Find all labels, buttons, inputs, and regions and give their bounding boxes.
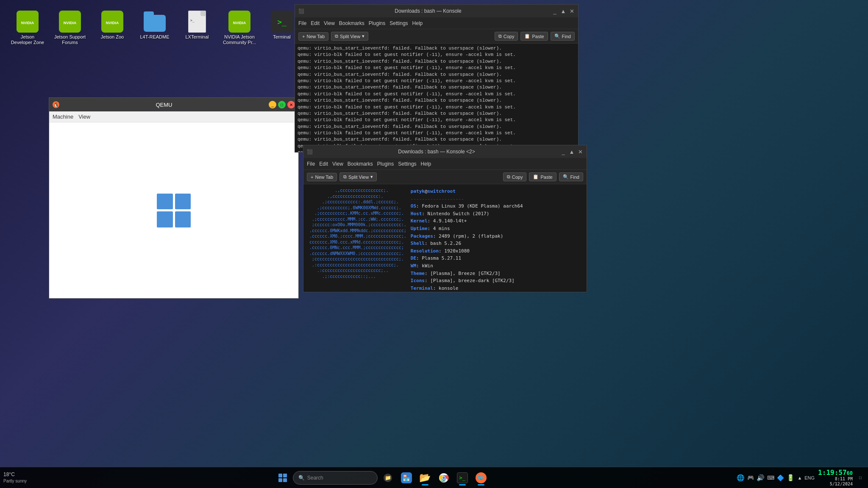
desktop-icon-nvidia-community[interactable]: NVIDIA NVIDIA JetsonCommunity Pr... <box>220 8 259 47</box>
taskbar-icon-filemanager[interactable]: 📂 <box>417 469 434 486</box>
taskbar-center: 🔍 Search 📁 🏪 📂 <box>28 469 735 486</box>
taskbar-icon-terminal[interactable]: >_ <box>454 469 471 486</box>
taskbar: 18°C Partly sunny 🔍 Search 📁 <box>0 467 868 488</box>
copy-icon: ⧉ <box>507 174 510 180</box>
konsole1-new-tab-button[interactable]: + New Tab <box>298 32 328 41</box>
split-icon: ⧉ <box>343 174 347 180</box>
konsole2-paste-button[interactable]: 📋 Paste <box>529 172 556 181</box>
konsole2-split-view-button[interactable]: ⧉ Split View ▾ <box>339 172 377 181</box>
chevron-down-icon: ▾ <box>370 174 373 180</box>
konsole2-menu-view[interactable]: View <box>332 161 343 167</box>
lxterminal-label: LXTerminal <box>185 34 209 40</box>
konsole2-close[interactable]: ✕ <box>577 149 583 155</box>
svg-text:📁: 📁 <box>384 474 391 481</box>
konsole1-menu-view[interactable]: View <box>324 20 335 26</box>
windows-logo <box>157 194 191 227</box>
konsole2-copy-button[interactable]: ⧉ Copy <box>503 172 527 181</box>
plus-icon: + <box>311 175 313 180</box>
konsole2-menu-settings[interactable]: Settings <box>398 161 416 167</box>
konsole1-split-view-button[interactable]: ⧉ Split View ▾ <box>331 32 368 41</box>
konsole2-menu-edit[interactable]: Edit <box>319 161 328 167</box>
clock-widget[interactable]: 1:19:5760 8:11 PM 5/12/2024 <box>818 469 853 487</box>
konsole1-menubar: File Edit View Bookmarks Plugins Setting… <box>295 17 578 29</box>
konsole1-menu-bookmarks[interactable]: Bookmarks <box>339 20 364 26</box>
find-label: Find <box>570 175 579 180</box>
nvidia-community-icon: NVIDIA <box>228 11 250 33</box>
taskbar-win11-start[interactable] <box>274 469 291 486</box>
svg-text:NVIDIA: NVIDIA <box>106 21 119 25</box>
qemu-close-button[interactable]: ✕ <box>287 101 295 108</box>
taskbar-icon-store[interactable]: 🏪 <box>398 469 415 486</box>
konsole2-minimize[interactable]: _ <box>560 149 566 155</box>
nvidia-community-label: NVIDIA JetsonCommunity Pr... <box>223 34 256 45</box>
qemu-titlebar: 🐧 QEMU _ □ ✕ <box>49 98 298 111</box>
taskbar-left: 18°C Partly sunny <box>3 471 27 484</box>
konsole2-menubar: File Edit View Bookmarks Plugins Setting… <box>303 158 587 170</box>
konsole2-maximize[interactable]: ▲ <box>569 149 575 155</box>
weather-desc: Partly sunny <box>3 478 27 484</box>
split-icon: ⧉ <box>335 33 338 39</box>
tray-up-icon[interactable]: ▲ <box>797 475 802 480</box>
tray-lang-icon: ENG <box>804 475 815 480</box>
konsole1-terminal[interactable]: qemu: virtio_bus_start_ioeventfd: failed… <box>295 44 578 152</box>
qemu-maximize-button[interactable]: □ <box>278 101 286 108</box>
jetson-zoo-label: Jetson Zoo <box>101 34 124 40</box>
qemu-window-controls: _ □ ✕ <box>269 101 295 108</box>
tray-bluetooth-icon[interactable]: 🔷 <box>777 474 784 481</box>
konsole2-new-tab-button[interactable]: + New Tab <box>307 173 337 181</box>
taskbar-search-bar[interactable]: 🔍 Search <box>293 471 378 485</box>
new-tab-label: New Tab <box>306 34 325 39</box>
konsole1-paste-button[interactable]: 📋 Paste <box>520 32 548 41</box>
qemu-menu-view[interactable]: View <box>78 114 90 120</box>
konsole2-menu-help[interactable]: Help <box>421 161 431 167</box>
tray-volume-icon[interactable]: 🔊 <box>757 474 765 482</box>
jetson-zoo-icon: NVIDIA <box>101 11 123 33</box>
find-label: Find <box>562 34 571 39</box>
konsole-window-1: ⬛ Downloads : bash — Konsole _ ▲ ✕ File … <box>295 4 579 152</box>
konsole1-menu-plugins[interactable]: Plugins <box>369 20 385 26</box>
konsole1-menu-file[interactable]: File <box>298 20 306 26</box>
svg-text:NVIDIA: NVIDIA <box>233 21 246 25</box>
clock-seconds: 60 <box>847 470 853 476</box>
konsole2-terminal[interactable]: .,ccccccccccccccccc;. .,cccccccccccccccc… <box>303 184 587 292</box>
taskbar-icon-qemu[interactable]: 🐦 <box>473 469 490 486</box>
konsole1-titlebar: ⬛ Downloads : bash — Konsole _ ▲ ✕ <box>295 5 578 17</box>
konsole1-close[interactable]: ✕ <box>569 8 575 14</box>
konsole2-menu-bookmarks[interactable]: Bookmarks <box>348 161 373 167</box>
tray-nintendo-icon: 🎮 <box>747 474 754 481</box>
taskbar-icon-files[interactable]: 📁 <box>379 469 396 486</box>
konsole1-controls: _ ▲ ✕ <box>552 8 575 14</box>
tray-network-icon[interactable]: 🌐 <box>737 474 745 482</box>
konsole2-titlebar: ⬛ Downloads : bash — Konsole <2> _ ▲ ✕ <box>303 145 587 158</box>
konsole1-find-button[interactable]: 🔍 Find <box>551 32 575 41</box>
qemu-menu-machine[interactable]: Machine <box>53 114 73 120</box>
konsole1-menu-settings[interactable]: Settings <box>389 20 408 26</box>
konsole2-menu-plugins[interactable]: Plugins <box>377 161 394 167</box>
svg-text:NVIDIA: NVIDIA <box>21 21 34 25</box>
desktop-icon-jetson-dev[interactable]: NVIDIA JetsonDeveloper Zone <box>8 8 47 47</box>
copy-label: Copy <box>512 175 523 180</box>
desktop-icon-jetson-forums[interactable]: NVIDIA Jetson SupportForums <box>51 8 89 47</box>
taskbar-icon-chrome[interactable] <box>435 469 452 486</box>
konsole1-copy-button[interactable]: ⧉ Copy <box>495 32 518 41</box>
clock-date-pm: 8:11 PM <box>818 477 853 482</box>
konsole2-menu-file[interactable]: File <box>307 161 315 167</box>
desktop-icon-l4t-readme[interactable]: L4T-README <box>136 8 174 47</box>
konsole1-menu-help[interactable]: Help <box>412 20 423 26</box>
jetson-dev-icon: NVIDIA <box>17 11 39 33</box>
weather-temp: 18°C <box>3 471 27 478</box>
konsole1-maximize[interactable]: ▲ <box>560 8 566 14</box>
lxterminal-icon: >_ <box>186 11 208 33</box>
qemu-minimize-button[interactable]: _ <box>269 101 276 108</box>
konsole1-menu-edit[interactable]: Edit <box>311 20 320 26</box>
konsole2-find-button[interactable]: 🔍 Find <box>559 172 583 181</box>
desktop-icon-jetson-zoo[interactable]: NVIDIA Jetson Zoo <box>93 8 131 47</box>
konsole1-minimize[interactable]: _ <box>552 8 558 14</box>
desktop: NVIDIA JetsonDeveloper Zone NVIDIA Jetso… <box>0 0 868 488</box>
desktop-icon-lxterminal[interactable]: >_ LXTerminal <box>178 8 216 47</box>
l4t-readme-icon <box>144 11 166 33</box>
taskbar-show-desktop[interactable]: □ <box>856 469 865 486</box>
svg-text:NVIDIA: NVIDIA <box>64 21 77 25</box>
split-view-label: Split View <box>340 34 360 39</box>
jetson-dev-label: JetsonDeveloper Zone <box>11 34 44 45</box>
